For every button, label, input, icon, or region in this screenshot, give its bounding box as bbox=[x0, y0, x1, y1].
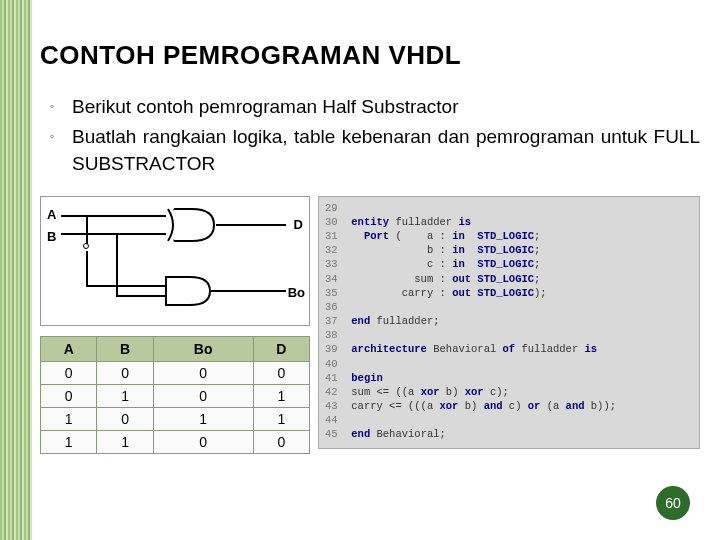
code-line: 31 Port ( a : in STD_LOGIC; bbox=[325, 229, 693, 243]
code-line: 35 carry : out STD_LOGIC); bbox=[325, 286, 693, 300]
code-line: 29 bbox=[325, 201, 693, 215]
table-cell: 1 bbox=[97, 384, 153, 407]
slide-content: CONTOH PEMROGRAMAN VHDL ◦ Berikut contoh… bbox=[40, 40, 700, 520]
table-row: 0101 bbox=[41, 384, 310, 407]
bullet-list: ◦ Berikut contoh pemrograman Half Substr… bbox=[50, 93, 700, 178]
table-cell: 0 bbox=[97, 361, 153, 384]
truth-table: A B Bo D 0000010110111100 bbox=[40, 336, 310, 454]
table-cell: 1 bbox=[97, 430, 153, 453]
list-item: ◦ Buatlah rangkaian logika, table kebena… bbox=[50, 123, 700, 178]
pin-A: A bbox=[47, 207, 56, 222]
decorative-side-bar bbox=[0, 0, 32, 540]
slide-title: CONTOH PEMROGRAMAN VHDL bbox=[40, 40, 700, 71]
th-D: D bbox=[253, 336, 309, 361]
table-cell: 0 bbox=[253, 430, 309, 453]
code-line: 44 bbox=[325, 413, 693, 427]
code-line: 32 b : in STD_LOGIC; bbox=[325, 243, 693, 257]
code-line: 34 sum : out STD_LOGIC; bbox=[325, 272, 693, 286]
pin-Bo: Bo bbox=[288, 285, 305, 300]
content-row: A B D Bo bbox=[40, 196, 700, 454]
vhdl-code-panel: 29 30 entity fulladder is31 Port ( a : i… bbox=[318, 196, 700, 449]
table-cell: 0 bbox=[253, 361, 309, 384]
bullet-text: Berikut contoh pemrograman Half Substrac… bbox=[72, 93, 700, 121]
table-cell: 0 bbox=[41, 361, 97, 384]
table-cell: 1 bbox=[41, 430, 97, 453]
list-item: ◦ Berikut contoh pemrograman Half Substr… bbox=[50, 93, 700, 121]
code-line: 30 entity fulladder is bbox=[325, 215, 693, 229]
code-line: 43 carry <= (((a xor b) and c) or (a and… bbox=[325, 399, 693, 413]
table-header-row: A B Bo D bbox=[41, 336, 310, 361]
table-row: 1100 bbox=[41, 430, 310, 453]
th-Bo: Bo bbox=[153, 336, 253, 361]
table-cell: 0 bbox=[41, 384, 97, 407]
code-line: 33 c : in STD_LOGIC; bbox=[325, 257, 693, 271]
left-column: A B D Bo bbox=[40, 196, 310, 454]
code-line: 36 bbox=[325, 300, 693, 314]
not-bubble-icon bbox=[83, 243, 89, 249]
table-cell: 1 bbox=[253, 407, 309, 430]
code-line: 40 bbox=[325, 357, 693, 371]
code-line: 45 end Behavioral; bbox=[325, 427, 693, 441]
and-gate-icon bbox=[164, 275, 212, 307]
th-A: A bbox=[41, 336, 97, 361]
table-cell: 1 bbox=[253, 384, 309, 407]
code-line: 39 architecture Behavioral of fulladder … bbox=[325, 342, 693, 356]
pin-B: B bbox=[47, 229, 56, 244]
table-cell: 0 bbox=[153, 430, 253, 453]
th-B: B bbox=[97, 336, 153, 361]
bullet-icon: ◦ bbox=[50, 123, 72, 149]
table-cell: 0 bbox=[97, 407, 153, 430]
right-column: 29 30 entity fulladder is31 Port ( a : i… bbox=[318, 196, 700, 449]
pin-D: D bbox=[294, 217, 303, 232]
xor-gate-icon bbox=[164, 207, 216, 243]
table-cell: 0 bbox=[153, 384, 253, 407]
page-number-badge: 60 bbox=[656, 486, 690, 520]
code-line: 41 begin bbox=[325, 371, 693, 385]
code-line: 38 bbox=[325, 328, 693, 342]
bullet-icon: ◦ bbox=[50, 93, 72, 119]
circuit-diagram: A B D Bo bbox=[40, 196, 310, 326]
table-row: 0000 bbox=[41, 361, 310, 384]
bullet-text: Buatlah rangkaian logika, table kebenara… bbox=[72, 123, 700, 178]
page-number: 60 bbox=[665, 495, 681, 511]
table-cell: 1 bbox=[153, 407, 253, 430]
table-row: 1011 bbox=[41, 407, 310, 430]
code-line: 37 end fulladder; bbox=[325, 314, 693, 328]
table-cell: 1 bbox=[41, 407, 97, 430]
code-line: 42 sum <= ((a xor b) xor c); bbox=[325, 385, 693, 399]
table-cell: 0 bbox=[153, 361, 253, 384]
